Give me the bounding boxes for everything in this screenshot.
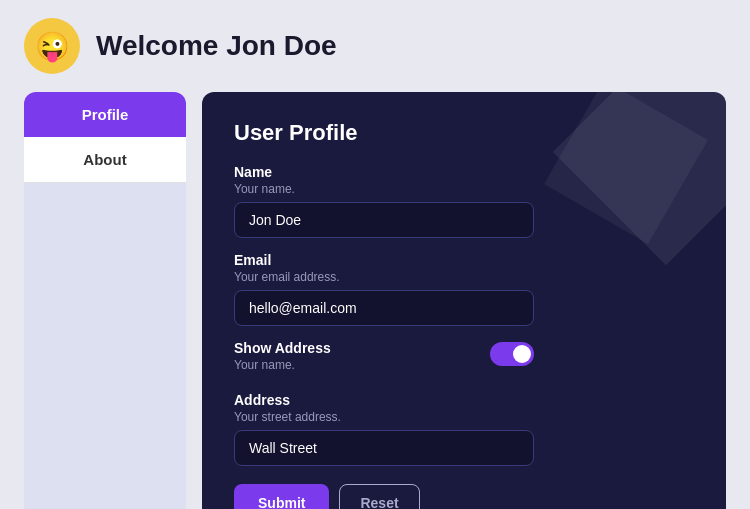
address-input[interactable] bbox=[234, 430, 534, 466]
address-field-group: Address Your street address. bbox=[234, 392, 694, 466]
name-field-group: Name Your name. bbox=[234, 164, 694, 238]
show-address-label: Show Address bbox=[234, 340, 331, 356]
show-address-toggle[interactable] bbox=[490, 342, 534, 366]
submit-button[interactable]: Submit bbox=[234, 484, 329, 509]
address-label: Address bbox=[234, 392, 694, 408]
sidebar: Profile About bbox=[24, 92, 186, 509]
sidebar-item-about[interactable]: About bbox=[24, 137, 186, 183]
show-address-sublabel: Your name. bbox=[234, 358, 331, 372]
main-layout: Profile About User Profile Name Your nam… bbox=[0, 92, 750, 509]
form-buttons: Submit Reset bbox=[234, 484, 694, 509]
avatar: 😜 bbox=[24, 18, 80, 74]
address-sublabel: Your street address. bbox=[234, 410, 694, 424]
name-input[interactable] bbox=[234, 202, 534, 238]
sidebar-item-profile[interactable]: Profile bbox=[24, 92, 186, 137]
avatar-emoji: 😜 bbox=[35, 30, 70, 63]
email-input[interactable] bbox=[234, 290, 534, 326]
page-title: Welcome Jon Doe bbox=[96, 30, 337, 62]
reset-button[interactable]: Reset bbox=[339, 484, 419, 509]
header: 😜 Welcome Jon Doe bbox=[0, 0, 750, 92]
show-address-group: Show Address Your name. bbox=[234, 340, 534, 378]
profile-card: User Profile Name Your name. Email Your … bbox=[202, 92, 726, 509]
email-label: Email bbox=[234, 252, 694, 268]
name-label: Name bbox=[234, 164, 694, 180]
email-field-group: Email Your email address. bbox=[234, 252, 694, 326]
name-sublabel: Your name. bbox=[234, 182, 694, 196]
card-title: User Profile bbox=[234, 120, 694, 146]
email-sublabel: Your email address. bbox=[234, 270, 694, 284]
